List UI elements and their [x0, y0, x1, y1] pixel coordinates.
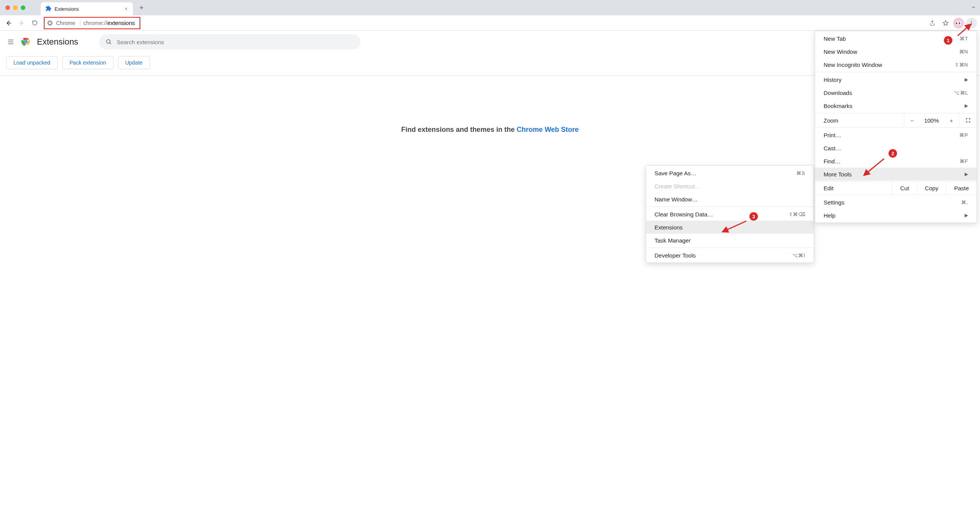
- submenu-extensions-label: Extensions: [654, 224, 805, 231]
- annotation-badge-3: 3: [749, 212, 758, 221]
- submenu-task-manager-label: Task Manager: [654, 237, 805, 244]
- menu-downloads[interactable]: Downloads⌥⌘L: [815, 86, 977, 99]
- submenu-extensions[interactable]: Extensions: [646, 221, 814, 234]
- chevron-right-icon: ▶: [965, 103, 968, 108]
- tab-title: Extensions: [55, 6, 120, 12]
- pack-extension-button[interactable]: Pack extension: [62, 56, 113, 69]
- forward-button[interactable]: [16, 18, 27, 28]
- url-path: extensions: [107, 20, 135, 26]
- menu-zoom-label: Zoom: [815, 114, 904, 127]
- menu-settings[interactable]: Settings⌘,: [815, 196, 977, 209]
- menu-cut[interactable]: Cut: [892, 182, 917, 195]
- search-field[interactable]: [117, 39, 354, 45]
- menu-bookmarks-label: Bookmarks: [824, 103, 965, 109]
- extension-icon: [45, 5, 51, 13]
- zoom-percent: 100%: [920, 117, 943, 124]
- svg-point-1: [49, 22, 51, 24]
- empty-state-prefix: Find extensions and themes in the: [401, 126, 517, 133]
- svg-point-3: [971, 22, 972, 23]
- traffic-lights: [5, 5, 25, 10]
- menu-find[interactable]: Find…⌘F: [815, 155, 977, 168]
- menu-new-incognito-label: New Incognito Window: [824, 62, 955, 68]
- menu-new-incognito-accel: ⇧⌘N: [955, 62, 968, 68]
- new-tab-button[interactable]: [136, 2, 147, 13]
- menu-new-window-accel: ⌘N: [959, 49, 968, 55]
- reload-button[interactable]: [29, 18, 40, 28]
- chevron-right-icon: ▶: [965, 213, 968, 218]
- submenu-save-page-accel: ⌘S: [796, 170, 805, 176]
- more-tools-submenu: Save Page As…⌘S Create Shortcut… Name Wi…: [646, 165, 814, 263]
- menu-find-label: Find…: [824, 158, 960, 165]
- tab-close-button[interactable]: [123, 6, 129, 12]
- menu-copy[interactable]: Copy: [917, 182, 946, 195]
- submenu-clear-data-accel: ⇧⌘⌫: [789, 211, 806, 217]
- menu-history-label: History: [824, 76, 965, 83]
- chrome-web-store-link[interactable]: Chrome Web Store: [517, 126, 579, 133]
- submenu-dev-tools-label: Developer Tools: [654, 252, 792, 259]
- submenu-save-page[interactable]: Save Page As…⌘S: [646, 166, 814, 180]
- menu-new-window[interactable]: New Window⌘N: [815, 45, 977, 58]
- url-chip-label: Chrome: [56, 20, 75, 26]
- menu-new-tab[interactable]: New Tab⌘T: [815, 32, 977, 45]
- menu-settings-accel: ⌘,: [961, 199, 968, 205]
- submenu-task-manager[interactable]: Task Manager: [646, 234, 814, 247]
- menu-new-tab-label: New Tab: [824, 35, 960, 42]
- submenu-clear-data-label: Clear Browsing Data…: [654, 211, 789, 218]
- address-bar[interactable]: Chrome chrome://extensions: [44, 17, 140, 29]
- fullscreen-button[interactable]: [959, 113, 977, 127]
- menu-help[interactable]: Help▶: [815, 209, 977, 222]
- chrome-logo-icon: [21, 36, 32, 48]
- submenu-name-window[interactable]: Name Window…: [646, 193, 814, 206]
- window-close-button[interactable]: [5, 5, 10, 10]
- menu-paste[interactable]: Paste: [946, 182, 977, 195]
- search-icon: [105, 38, 112, 45]
- menu-history[interactable]: History▶: [815, 73, 977, 86]
- menu-print[interactable]: Print…⌘P: [815, 128, 977, 141]
- window-fullscreen-button[interactable]: [21, 5, 25, 10]
- window-minimize-button[interactable]: [13, 5, 18, 10]
- submenu-name-window-label: Name Window…: [654, 196, 805, 203]
- search-input[interactable]: [99, 34, 360, 50]
- load-unpacked-button[interactable]: Load unpacked: [6, 56, 58, 69]
- menu-edit-row: Edit Cut Copy Paste: [815, 182, 977, 195]
- menu-downloads-accel: ⌥⌘L: [954, 90, 968, 96]
- url-prefix: chrome://: [83, 20, 108, 26]
- update-button[interactable]: Update: [118, 56, 150, 69]
- menu-new-tab-accel: ⌘T: [960, 36, 968, 42]
- menu-new-window-label: New Window: [824, 48, 959, 55]
- svg-point-4: [971, 24, 972, 25]
- menu-print-accel: ⌘P: [959, 132, 968, 138]
- menu-zoom-row: Zoom − 100% +: [815, 113, 977, 127]
- chevron-right-icon: ▶: [965, 171, 968, 177]
- menu-more-tools[interactable]: More Tools▶: [815, 168, 977, 181]
- zoom-in-button[interactable]: +: [943, 113, 959, 127]
- menu-help-label: Help: [824, 212, 965, 219]
- svg-point-7: [25, 40, 27, 43]
- submenu-create-shortcut: Create Shortcut…: [646, 180, 814, 193]
- menu-new-incognito[interactable]: New Incognito Window⇧⌘N: [815, 58, 977, 71]
- submenu-save-page-label: Save Page As…: [654, 170, 796, 176]
- app-menu-button[interactable]: [966, 18, 977, 28]
- submenu-clear-data[interactable]: Clear Browsing Data…⇧⌘⌫: [646, 208, 814, 221]
- tab-strip: Extensions: [0, 0, 980, 15]
- svg-point-8: [106, 40, 110, 43]
- submenu-create-shortcut-label: Create Shortcut…: [654, 183, 805, 190]
- tabs-dropdown-icon[interactable]: [971, 5, 976, 11]
- menu-icon[interactable]: [6, 37, 15, 47]
- submenu-dev-tools[interactable]: Developer Tools⌥⌘I: [646, 249, 814, 262]
- profile-avatar[interactable]: 👀: [953, 18, 964, 28]
- menu-print-label: Print…: [824, 132, 959, 138]
- menu-bookmarks[interactable]: Bookmarks▶: [815, 99, 977, 112]
- menu-settings-label: Settings: [824, 199, 961, 206]
- share-button[interactable]: [927, 18, 938, 28]
- annotation-badge-1: 1: [944, 36, 952, 45]
- zoom-out-button[interactable]: −: [904, 113, 920, 127]
- bookmark-star-button[interactable]: [940, 18, 951, 28]
- browser-tab[interactable]: Extensions: [41, 2, 133, 15]
- url-security-chip: Chrome: [47, 20, 80, 26]
- browser-toolbar: Chrome chrome://extensions 👀: [0, 15, 980, 31]
- menu-find-accel: ⌘F: [960, 158, 968, 164]
- menu-more-tools-label: More Tools: [824, 171, 965, 178]
- submenu-dev-tools-accel: ⌥⌘I: [792, 253, 805, 258]
- back-button[interactable]: [3, 18, 14, 28]
